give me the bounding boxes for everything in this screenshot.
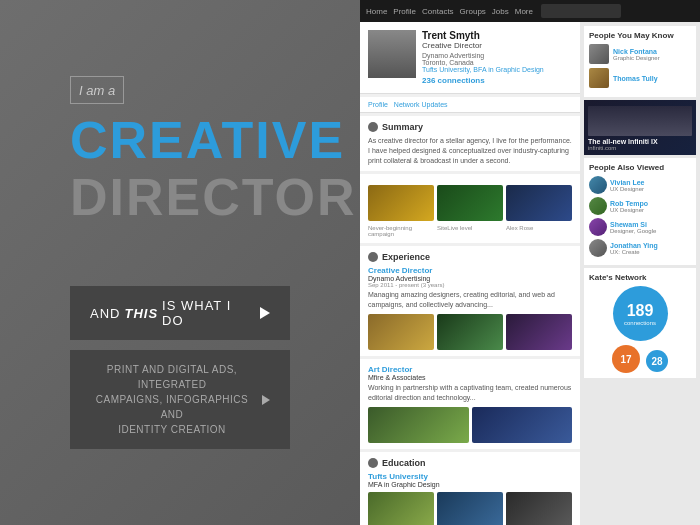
play-icon-small — [262, 395, 270, 405]
portfolio-caption-3: Alex Rose — [506, 225, 572, 237]
person-name-2[interactable]: Thomas Tully — [613, 75, 691, 82]
job1-desc: Managing amazing designers, creating edi… — [368, 290, 572, 310]
edu-name: Tufts University — [368, 472, 572, 481]
av-avatar-3 — [589, 218, 607, 236]
art-director-section: Art Director Mfire & Associates Working … — [360, 359, 580, 449]
summary-title: Summary — [368, 122, 572, 132]
network-title: Kate's Network — [589, 273, 691, 282]
av-info-2: Rob Tempo UX Designer — [610, 200, 648, 213]
nav-home[interactable]: Home — [366, 7, 387, 16]
portfolio-item-3[interactable] — [506, 185, 572, 221]
av-item-3: Shewam Si Designer, Google — [589, 218, 691, 236]
creative-word: CREATIVE — [70, 112, 357, 169]
profile-header: Trent Smyth Creative Director Dynamo Adv… — [360, 22, 580, 94]
person-2: Thomas Tully — [589, 68, 691, 88]
edu-item-2[interactable] — [437, 492, 503, 525]
summary-text: As creative director for a stellar agenc… — [368, 136, 572, 165]
left-panel: I am a CREATIVE DIRECTOR AND THIS IS WHA… — [0, 0, 360, 525]
portfolio-grid — [368, 185, 572, 221]
av-name-1[interactable]: Vivian Lee — [610, 179, 645, 186]
av-title-3: Designer, Google — [610, 228, 656, 234]
circle-orange-num: 17 — [620, 354, 631, 365]
sidebar-advertisement[interactable]: The all-new Infiniti IX infiniti.com — [584, 100, 696, 155]
person-1: Nick Fontana Graphic Designer — [589, 44, 691, 64]
av-item-2: Rob Tempo UX Designer — [589, 197, 691, 215]
av-name-3[interactable]: Shewam Si — [610, 221, 656, 228]
linkedin-panel: Home Profile Contacts Groups Jobs More T… — [360, 0, 700, 525]
circle-blue-num: 28 — [651, 356, 662, 367]
avatar-image — [368, 30, 416, 78]
linkedin-body: Trent Smyth Creative Director Dynamo Adv… — [360, 22, 700, 525]
av-name-2[interactable]: Rob Tempo — [610, 200, 648, 207]
nav-jobs[interactable]: Jobs — [492, 7, 509, 16]
summary-icon — [368, 122, 378, 132]
av-item-4: Jonathan Ying UX: Create — [589, 239, 691, 257]
i-am-a-container: I am a — [70, 76, 124, 104]
experience-section: Experience Creative Director Dynamo Adve… — [360, 246, 580, 356]
portfolio-item-2[interactable] — [437, 185, 503, 221]
education-title: Education — [368, 458, 572, 468]
person-info-1: Nick Fontana Graphic Designer — [613, 48, 691, 61]
edu-item-1[interactable] — [368, 492, 434, 525]
person-title-1: Graphic Designer — [613, 55, 691, 61]
job1-title: Creative Director — [368, 266, 572, 275]
edu-degree: MFA in Graphic Design — [368, 481, 572, 488]
job1-item-1[interactable] — [368, 314, 434, 350]
av-title-4: UX: Create — [610, 249, 658, 255]
person-name-1[interactable]: Nick Fontana — [613, 48, 691, 55]
network-stats: 189 connections 17 28 — [589, 286, 691, 373]
av-item-1: Vivian Lee UX Designer — [589, 176, 691, 194]
summary-section: Summary As creative director for a stell… — [360, 116, 580, 171]
i-am-a-text: I am a — [79, 83, 115, 98]
play-icon — [260, 307, 270, 319]
education-section: Education Tufts University MFA in Graphi… — [360, 452, 580, 525]
profile-education: Tufts University, BFA in Graphic Design — [422, 66, 572, 73]
i-am-a-box: I am a — [70, 76, 124, 104]
profile-title: Creative Director — [422, 41, 572, 50]
job1-dates: Sep 2011 - present (3 years) — [368, 282, 572, 288]
btn2-text: PRINT AND DIGITAL ADS, INTEGRATED CAMPAI… — [90, 362, 254, 437]
portfolio-item-1[interactable] — [368, 185, 434, 221]
experience-title: Experience — [368, 252, 572, 262]
av-title-1: UX Designer — [610, 186, 645, 192]
also-viewed-title: People Also Viewed — [589, 163, 691, 172]
cta-buttons: AND THIS IS WHAT I DO PRINT AND DIGITAL … — [40, 286, 320, 449]
director-word: DIRECTOR — [70, 169, 357, 226]
linkedin-navbar: Home Profile Contacts Groups Jobs More — [360, 0, 700, 22]
edu-item-3[interactable] — [506, 492, 572, 525]
job2-item-2[interactable] — [472, 407, 573, 443]
portfolio-caption-1: Never-beginning campaign — [368, 225, 434, 237]
profile-name: Trent Smyth — [422, 30, 572, 41]
nav-search[interactable] — [541, 4, 621, 18]
what-i-do-button[interactable]: AND THIS IS WHAT I DO — [70, 286, 290, 340]
also-viewed-section: People Also Viewed Vivian Lee UX Designe… — [584, 158, 696, 265]
network-label: connections — [624, 320, 656, 326]
network-number: 189 — [627, 302, 654, 320]
av-info-1: Vivian Lee UX Designer — [610, 179, 645, 192]
nav-groups[interactable]: Groups — [460, 7, 486, 16]
nav-items: Home Profile Contacts Groups Jobs More — [366, 7, 533, 16]
connections-count: 236 connections — [422, 76, 572, 85]
nav-contacts[interactable]: Contacts — [422, 7, 454, 16]
ad-title: The all-new Infiniti IX — [588, 138, 692, 145]
av-info-4: Jonathan Ying UX: Create — [610, 242, 658, 255]
print-digital-button[interactable]: PRINT AND DIGITAL ADS, INTEGRATED CAMPAI… — [70, 350, 290, 449]
nav-profile[interactable]: Profile — [393, 7, 416, 16]
job2-item-1[interactable] — [368, 407, 469, 443]
av-name-4[interactable]: Jonathan Ying — [610, 242, 658, 249]
job1-item-3[interactable] — [506, 314, 572, 350]
main-content: Trent Smyth Creative Director Dynamo Adv… — [360, 22, 580, 525]
nav-more[interactable]: More — [515, 7, 533, 16]
edu-grid — [368, 492, 572, 525]
job2-portfolio-grid — [368, 407, 572, 443]
person-avatar-2 — [589, 68, 609, 88]
people-you-may-know: People You May Know Nick Fontana Graphic… — [584, 26, 696, 97]
btn1-pre: AND — [90, 306, 120, 321]
tab-network-updates[interactable]: Network Updates — [394, 101, 448, 108]
tab-profile[interactable]: Profile — [368, 101, 388, 108]
job1-item-2[interactable] — [437, 314, 503, 350]
creative-director-block: CREATIVE DIRECTOR — [70, 112, 357, 226]
job2-desc: Working in partnership with a captivatin… — [368, 383, 572, 403]
av-avatar-2 — [589, 197, 607, 215]
portfolio-caption-2: SiteLive level — [437, 225, 503, 237]
